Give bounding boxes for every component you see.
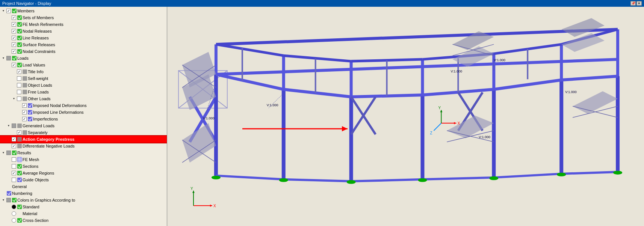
tree-item-separately[interactable]: Separately bbox=[0, 129, 167, 136]
3d-viewport[interactable]: V:1.000 V:1.000 V:1.000 V:1.000 V:1.000 … bbox=[167, 7, 644, 226]
checkbox-checked[interactable] bbox=[6, 9, 11, 13]
checkbox-checked[interactable] bbox=[12, 49, 16, 54]
tree-item-material[interactable]: Material bbox=[0, 210, 167, 217]
checkbox-checked[interactable] bbox=[12, 29, 16, 33]
tree-item-load-values[interactable]: Load Values bbox=[0, 62, 167, 68]
checkbox-checked[interactable] bbox=[22, 117, 27, 121]
checkbox-checked[interactable] bbox=[12, 42, 16, 47]
tree-item-differentiate-negative[interactable]: Differentiate Negative Loads bbox=[0, 143, 167, 149]
svg-rect-53 bbox=[17, 164, 22, 169]
tree-item-free-loads[interactable]: Free Loads bbox=[0, 89, 167, 95]
checkbox-checked[interactable] bbox=[12, 171, 16, 175]
close-button[interactable]: ✕ bbox=[636, 1, 642, 6]
checkbox-checked[interactable] bbox=[12, 22, 16, 27]
tree-item-self-weight[interactable]: Self-weight bbox=[0, 75, 167, 82]
expand-icon-guide-objects bbox=[6, 177, 11, 182]
tree-label-other-loads: Other Loads bbox=[28, 96, 51, 102]
tree-item-action-category[interactable]: Action Category Prestress bbox=[0, 136, 167, 143]
tree-item-object-loads[interactable]: Object Loads bbox=[0, 82, 167, 89]
tree-container[interactable]: ▼MembersSets of MembersFE Mesh Refinemen… bbox=[0, 7, 167, 226]
radio-unchecked[interactable] bbox=[12, 211, 16, 216]
title-bar-buttons[interactable]: 📌 ✕ bbox=[630, 1, 642, 6]
svg-point-149 bbox=[613, 171, 622, 175]
checkbox-unchecked[interactable] bbox=[17, 96, 21, 101]
expand-icon-standard bbox=[6, 204, 11, 209]
green-icon bbox=[12, 197, 17, 203]
green-icon bbox=[12, 8, 17, 14]
mesh-icon bbox=[17, 157, 22, 162]
tree-item-generated-loads[interactable]: ▼Generated Loads bbox=[0, 122, 167, 129]
tree-item-line-releases[interactable]: Line Releases bbox=[0, 35, 167, 41]
tree-item-general[interactable]: General bbox=[0, 183, 167, 190]
checkbox-unchecked[interactable] bbox=[17, 83, 21, 87]
radio-unchecked[interactable] bbox=[12, 218, 16, 223]
tree-item-nodal-constraints[interactable]: Nodal Constraints bbox=[0, 48, 167, 55]
tree-item-colors-graphics[interactable]: ▼Colors in Graphics According to bbox=[0, 197, 167, 203]
tree-item-fe-mesh-refinements[interactable]: FE Mesh Refinements bbox=[0, 21, 167, 28]
tree-item-average-regions[interactable]: Average Regions bbox=[0, 170, 167, 176]
green-icon bbox=[12, 150, 17, 155]
expand-icon-loads[interactable]: ▼ bbox=[1, 56, 6, 61]
tree-label-imposed-nodal: Imposed Nodal Deformations bbox=[33, 102, 86, 108]
checkbox-checked[interactable] bbox=[22, 110, 27, 115]
checkbox-mixed[interactable] bbox=[6, 198, 11, 202]
tree-item-other-loads[interactable]: ▼Other Loads bbox=[0, 95, 167, 102]
grey-icon bbox=[17, 137, 22, 142]
checkbox-unchecked[interactable] bbox=[12, 164, 16, 169]
tree-label-colors-graphics: Colors in Graphics According to bbox=[17, 197, 75, 203]
checkbox-checked[interactable] bbox=[12, 63, 16, 67]
green-icon bbox=[17, 29, 22, 34]
checkbox-mixed[interactable] bbox=[6, 56, 11, 60]
checkbox-unchecked[interactable] bbox=[17, 90, 21, 94]
radio-checked[interactable] bbox=[12, 205, 16, 209]
tree-item-cross-section[interactable]: Cross-Section bbox=[0, 217, 167, 224]
tree-item-sets-of-members[interactable]: Sets of Members bbox=[0, 14, 167, 21]
tree-item-imperfections[interactable]: Imperfections bbox=[0, 116, 167, 122]
checkbox-checked[interactable] bbox=[17, 69, 21, 74]
expand-icon-generated-loads[interactable]: ▼ bbox=[6, 123, 11, 128]
checkbox-unchecked[interactable] bbox=[12, 178, 16, 182]
expand-icon-members[interactable]: ▼ bbox=[1, 8, 6, 14]
expand-icon-other-loads[interactable]: ▼ bbox=[11, 96, 17, 101]
tree-label-average-regions: Average Regions bbox=[23, 170, 54, 176]
tree-item-nodal-releases[interactable]: Nodal Releases bbox=[0, 28, 167, 35]
blue-icon bbox=[27, 116, 33, 122]
expand-icon-object-loads bbox=[11, 83, 17, 88]
tree-item-numbering[interactable]: Numbering bbox=[0, 190, 167, 197]
tree-item-surface-releases[interactable]: Surface Releases bbox=[0, 41, 167, 48]
blue-icon bbox=[6, 191, 12, 196]
tree-item-imposed-nodal[interactable]: Imposed Nodal Deformations bbox=[0, 102, 167, 109]
svg-rect-62 bbox=[7, 191, 11, 196]
checkbox-checked[interactable] bbox=[17, 130, 21, 135]
expand-icon-results[interactable]: ▼ bbox=[1, 150, 6, 155]
pin-button[interactable]: 📌 bbox=[630, 1, 636, 6]
tree-item-title-info[interactable]: Title Info bbox=[0, 68, 167, 75]
tree-item-members[interactable]: ▼Members bbox=[0, 8, 167, 14]
checkbox-mixed[interactable] bbox=[12, 124, 16, 128]
checkbox-mixed[interactable] bbox=[6, 151, 11, 155]
tree-item-imposed-line[interactable]: Imposed Line Deformations bbox=[0, 109, 167, 116]
checkbox-checked[interactable] bbox=[22, 103, 27, 108]
tree-item-sections[interactable]: Sections bbox=[0, 163, 167, 170]
checkbox-checked[interactable] bbox=[12, 15, 16, 20]
svg-rect-6 bbox=[17, 22, 22, 27]
tree-item-guide-objects[interactable]: Guide Objects bbox=[0, 176, 167, 183]
tree-item-fe-mesh[interactable]: FE Mesh bbox=[0, 156, 167, 163]
checkbox-checked[interactable] bbox=[12, 144, 16, 148]
checkbox-checked[interactable] bbox=[12, 137, 16, 142]
svg-rect-21 bbox=[12, 56, 17, 60]
tree-item-results[interactable]: ▼Results bbox=[0, 149, 167, 156]
svg-rect-18 bbox=[17, 49, 22, 54]
checkbox-unchecked[interactable] bbox=[12, 157, 16, 162]
svg-rect-68 bbox=[17, 205, 22, 209]
tree-label-general: General bbox=[12, 184, 27, 190]
expand-icon-separately bbox=[11, 130, 17, 135]
tree-item-loads[interactable]: ▼Loads bbox=[0, 55, 167, 62]
svg-rect-31 bbox=[23, 96, 27, 101]
expand-icon-colors-graphics[interactable]: ▼ bbox=[1, 197, 6, 203]
checkbox-unchecked[interactable] bbox=[17, 76, 21, 81]
tree-item-standard[interactable]: Standard bbox=[0, 203, 167, 210]
tree-label-line-releases: Line Releases bbox=[23, 35, 49, 41]
checkbox-checked[interactable] bbox=[12, 36, 16, 40]
tree-label-fe-mesh: FE Mesh bbox=[23, 157, 39, 163]
